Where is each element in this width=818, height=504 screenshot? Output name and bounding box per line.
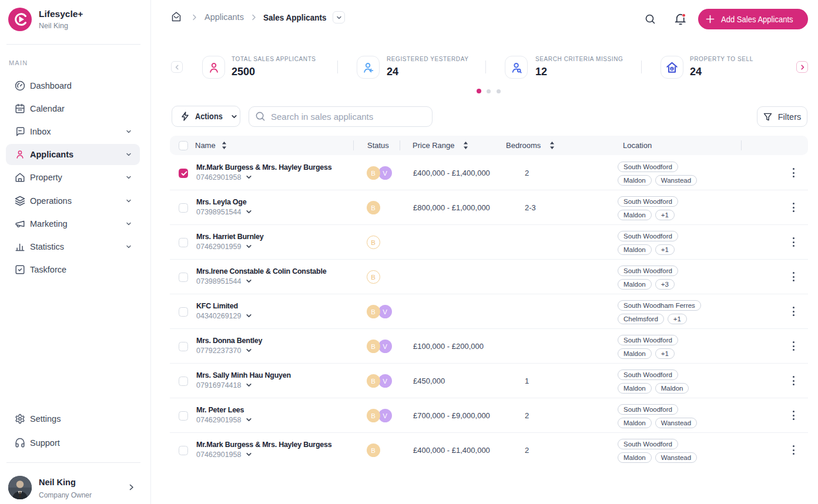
svg-text:£: £ xyxy=(671,67,673,70)
